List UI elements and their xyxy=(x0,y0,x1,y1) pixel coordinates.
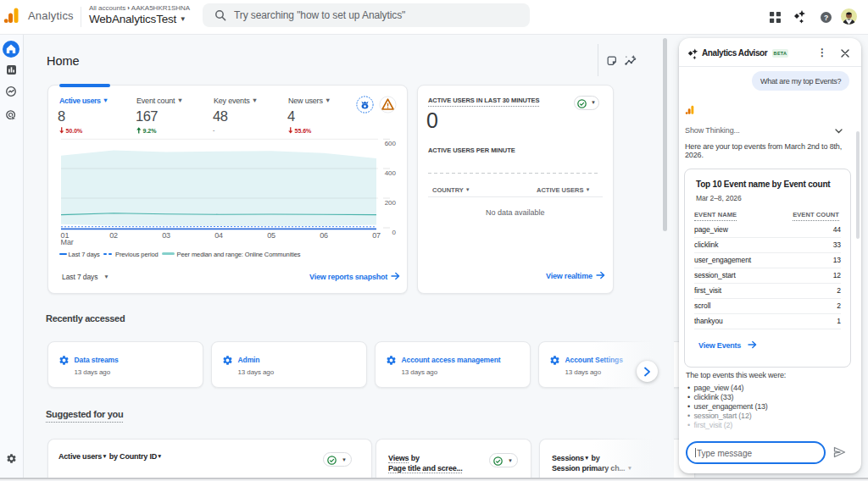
svg-text:04: 04 xyxy=(214,231,223,240)
svg-text:600: 600 xyxy=(385,140,397,147)
svg-text:03: 03 xyxy=(162,231,170,240)
svg-text:400: 400 xyxy=(385,169,397,177)
svg-text:?: ? xyxy=(824,14,828,22)
svg-text:05: 05 xyxy=(267,231,275,240)
svg-text:06: 06 xyxy=(320,231,328,240)
svg-text:200: 200 xyxy=(385,199,397,207)
svg-text:0: 0 xyxy=(392,229,397,236)
svg-text:Mar: Mar xyxy=(61,238,74,246)
svg-text:02: 02 xyxy=(109,231,118,240)
svg-text:07: 07 xyxy=(372,231,381,240)
